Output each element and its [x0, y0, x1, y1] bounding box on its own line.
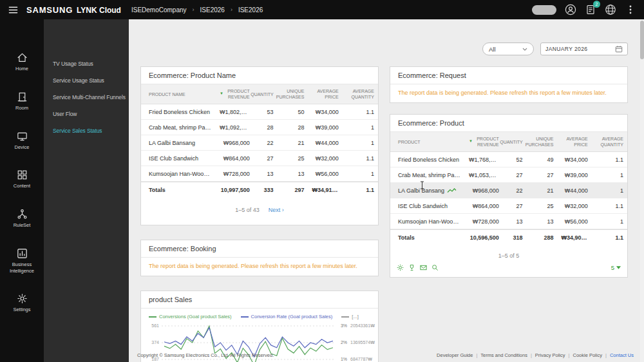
column-header[interactable]: AVERAGE PRICE	[557, 132, 591, 151]
table-row[interactable]: Kumsoojan Han-WooBeef Tartar B...₩728,00…	[141, 166, 378, 182]
footer-link-contact-us[interactable]: Contact Us	[610, 352, 634, 358]
table-row[interactable]: LA Galbi Bansang₩968,0002221₩44,0001	[141, 135, 378, 151]
chart-legend: Conversions (Goal product Sales) Convers…	[141, 309, 378, 321]
trophy-icon[interactable]	[408, 264, 415, 271]
table-cell: 13	[278, 166, 308, 181]
scope-select[interactable]: All	[482, 43, 534, 55]
table-row[interactable]: Kumsoojan Han-WooBeef Tartar B...₩728,00…	[390, 214, 627, 229]
language-button[interactable]	[605, 4, 616, 15]
footer-links: Developer Guide| Terms and Conditions| P…	[437, 352, 634, 358]
column-header[interactable]: QUANTITY	[254, 84, 278, 104]
table-cell: 1	[343, 166, 378, 181]
sidebar-item-ruleset[interactable]: RuleSet	[0, 208, 44, 229]
sidebar-item-settings[interactable]: Settings	[0, 292, 44, 313]
column-header[interactable]: AVERAGE PRICE	[308, 84, 342, 104]
sidebar-item-business-intelligence[interactable]: Business Intelligence	[0, 247, 44, 274]
legend-swatch	[241, 316, 249, 318]
footer-separator: |	[605, 352, 607, 358]
table-row[interactable]: ISE Club Sandwich₩864,0002725₩32,0001.1	[141, 151, 378, 166]
account-button[interactable]	[565, 4, 576, 15]
column-header[interactable]: AVERAGE QUANTITY	[343, 84, 378, 104]
subsidebar-item-user-flow[interactable]: User Flow	[44, 106, 129, 122]
sidebar-item-content[interactable]: Content	[0, 169, 44, 189]
sidebar-item-room[interactable]: Room	[0, 91, 44, 111]
footer-link-privacy[interactable]: Privacy Policy	[535, 352, 565, 358]
sidebar-item-device[interactable]: Device	[0, 130, 44, 151]
table-cell: 1	[592, 183, 627, 198]
vertical-scrollbar[interactable]	[640, 19, 644, 362]
mail-icon[interactable]	[420, 264, 427, 271]
breadcrumb-item[interactable]: ISEDemoCompany	[131, 6, 187, 14]
table-row[interactable]: Crab Meat, shrimp Pasta₩1,092,0002828₩39…	[141, 120, 378, 135]
table-cell: ₩44,000	[308, 135, 342, 150]
subsidebar-item-service-multi-channel-funnels[interactable]: Service Multi-Channel Funnels	[44, 89, 129, 106]
kebab-menu-icon	[625, 4, 636, 15]
totals-row: Totals 10,596,500 318 288 ₩34,901.04 1.1	[390, 229, 627, 245]
calendar-icon	[615, 45, 623, 53]
subsidebar-item-service-sales-status[interactable]: Service Sales Status	[44, 122, 129, 139]
sidebar-item-label: Settings	[11, 307, 32, 313]
footer-link-terms[interactable]: Terms and Conditions	[480, 352, 527, 358]
primary-sidebar: Home Room Device Content RuleSet Busines…	[0, 19, 44, 362]
table-cell: ₩864,000	[465, 198, 503, 213]
settings-gear-icon[interactable]	[397, 264, 404, 271]
table-cell: 13	[254, 166, 278, 181]
sidebar-item-label: Room	[14, 105, 30, 111]
column-header[interactable]: UNIQUE PURCHASES	[278, 84, 308, 104]
breadcrumb-item[interactable]: ISE2026	[238, 6, 263, 14]
product-wordmark: LYNK Cloud	[77, 6, 121, 15]
scope-select-value: All	[489, 46, 496, 53]
scrollbar-thumb[interactable]	[640, 21, 644, 59]
breadcrumb-separator: ›	[231, 6, 232, 13]
table-row[interactable]: Fried Boneless Chicken₩1,768,0005249₩34,…	[390, 152, 627, 167]
column-header[interactable]: ▼PRODUCT REVENUE	[465, 132, 503, 151]
column-header[interactable]: ▼PRODUCT REVENUE	[216, 84, 254, 104]
menu-icon[interactable]	[8, 5, 19, 15]
table-cell: ₩1,768,000	[465, 152, 503, 167]
totals-cell: 1.1	[592, 230, 627, 245]
search-input[interactable]	[532, 5, 556, 15]
zoom-search-icon[interactable]	[431, 264, 439, 271]
column-header[interactable]: AVERAGE QUANTITY	[592, 132, 627, 151]
table-cell: Kumsoojan Han-WooBeef Tartar B...	[390, 214, 465, 229]
table-header: PRODUCT ▼PRODUCT REVENUE QUANTITY UNIQUE…	[390, 132, 627, 152]
column-header[interactable]: QUANTITY	[503, 132, 527, 151]
notifications-button[interactable]: 2	[585, 4, 596, 15]
legend-item-truncated[interactable]: [...]	[341, 314, 358, 319]
y-axis-tick: 561	[144, 323, 159, 328]
table-row[interactable]: Fried Boneless Chicken₩1,802,0005350₩34,…	[141, 104, 378, 120]
totals-cell: 1.1	[343, 182, 378, 197]
request-card: Ecommerce: Request The report data is be…	[390, 66, 628, 103]
legend-swatch	[341, 316, 349, 318]
sort-desc-icon: ▼	[220, 91, 223, 97]
month-picker[interactable]: JANUARY 2026	[540, 43, 628, 55]
legend-item-conversion-rate[interactable]: Conversion Rate (Goal product Sales)	[241, 314, 333, 319]
gear-icon	[16, 292, 28, 305]
secondary-sidebar: TV Usage Status Service Usage Status Ser…	[44, 19, 129, 362]
table-cell: Fried Boneless Chicken	[390, 152, 465, 167]
next-page-link[interactable]: Next ›	[269, 207, 284, 213]
column-header[interactable]: UNIQUE PURCHASES	[527, 132, 558, 151]
footer-link-developer-guide[interactable]: Developer Guide	[437, 352, 473, 358]
breadcrumb-item[interactable]: ISE2026	[200, 6, 225, 14]
table-row[interactable]: ISE Club Sandwich₩864,0002725₩32,0001.1	[390, 198, 627, 214]
subsidebar-item-tv-usage-status[interactable]: TV Usage Status	[44, 55, 129, 72]
table-row[interactable]: Crab Meat, shrimp Pasta₩1,053,0002727₩39…	[390, 167, 627, 183]
page-size-select[interactable]: 5	[611, 264, 621, 271]
footer-link-cookie[interactable]: Cookie Policy	[573, 352, 602, 358]
ruleset-flow-icon	[16, 208, 28, 220]
column-header[interactable]: PRODUCT	[390, 132, 465, 151]
card-title: Ecommerce: Request	[390, 67, 627, 84]
sidebar-item-home[interactable]: Home	[0, 52, 44, 72]
table-row[interactable]: LA Galbi Bansang₩968,0002221₩44,0001	[390, 183, 627, 198]
more-options-button[interactable]	[625, 4, 636, 15]
column-header[interactable]: PRODUCT NAME	[141, 84, 216, 104]
footer-separator: |	[476, 352, 477, 358]
home-icon	[16, 52, 28, 64]
table-cell: ₩968,000	[216, 135, 254, 150]
table-cell: 27	[503, 167, 527, 182]
report-action-icons	[397, 264, 439, 271]
table-cell: Crab Meat, shrimp Pasta	[141, 120, 216, 135]
legend-item-conversions[interactable]: Conversions (Goal product Sales)	[149, 314, 232, 319]
subsidebar-item-service-usage-status[interactable]: Service Usage Status	[44, 72, 129, 89]
